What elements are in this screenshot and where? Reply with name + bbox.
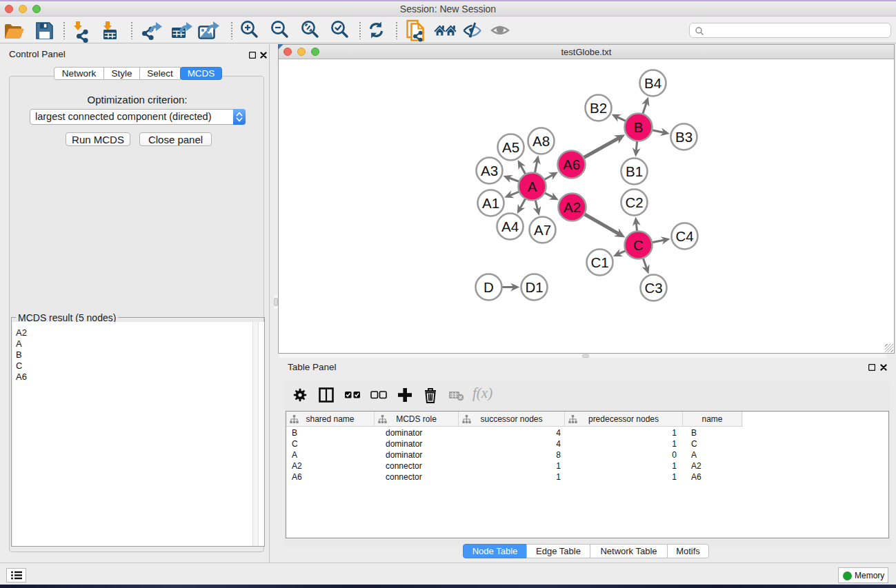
svg-text:B3: B3 (675, 129, 693, 145)
svg-text:B2: B2 (590, 100, 607, 116)
svg-text:A2: A2 (564, 199, 581, 215)
svg-text:A1: A1 (482, 195, 499, 211)
svg-text:C2: C2 (625, 194, 643, 210)
svg-text:B: B (634, 119, 644, 135)
svg-text:A7: A7 (534, 222, 551, 238)
svg-text:B4: B4 (644, 75, 661, 91)
svg-text:A8: A8 (532, 133, 550, 149)
svg-text:A5: A5 (502, 139, 519, 155)
svg-text:A3: A3 (481, 163, 498, 179)
svg-text:D: D (484, 279, 494, 295)
svg-text:C3: C3 (644, 280, 662, 296)
svg-text:C: C (633, 237, 644, 253)
svg-text:A6: A6 (563, 156, 580, 172)
svg-text:D1: D1 (525, 279, 543, 295)
svg-text:C1: C1 (590, 254, 608, 270)
svg-text:C4: C4 (675, 228, 693, 244)
svg-text:A: A (528, 179, 537, 194)
svg-text:A4: A4 (501, 219, 519, 234)
svg-text:B1: B1 (626, 163, 643, 179)
